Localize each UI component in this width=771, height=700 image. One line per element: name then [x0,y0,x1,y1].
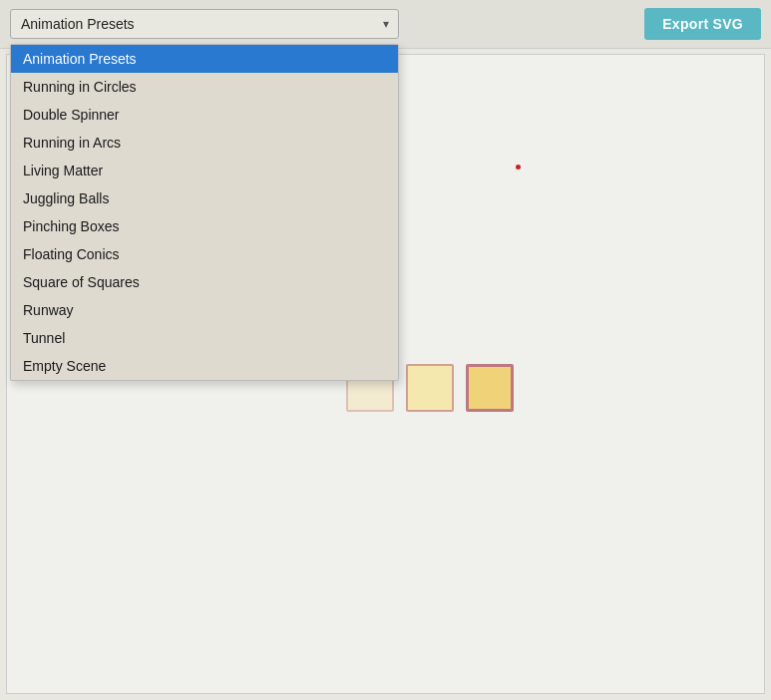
preset-dropdown-wrapper[interactable]: Animation Presets ▾ [10,9,399,39]
square-3 [466,364,514,412]
dropdown-item-living-matter[interactable]: Living Matter [11,157,398,184]
dropdown-item-double-spinner[interactable]: Double Spinner [11,101,398,129]
dropdown-item-juggling-balls[interactable]: Juggling Balls [11,184,398,212]
export-svg-button[interactable]: Export SVG [644,8,761,40]
dropdown-item-running-in-circles[interactable]: Running in Circles [11,73,398,101]
preset-dropdown[interactable]: Animation Presets [10,9,399,39]
top-bar: Animation Presets ▾ Export SVG [0,0,771,49]
dropdown-item-tunnel[interactable]: Tunnel [11,324,398,352]
dropdown-item-pinching-boxes[interactable]: Pinching Boxes [11,212,398,240]
dropdown-item-floating-conics[interactable]: Floating Conics [11,240,398,268]
red-dot [516,165,521,170]
dropdown-item-empty-scene[interactable]: Empty Scene [11,352,398,380]
dropdown-item-runway[interactable]: Runway [11,296,398,324]
square-2 [406,364,454,412]
dropdown-item-animation-presets[interactable]: Animation Presets [11,45,398,73]
dropdown-item-square-of-squares[interactable]: Square of Squares [11,268,398,296]
dropdown-item-running-in-arcs[interactable]: Running in Arcs [11,129,398,157]
preset-dropdown-menu: Animation PresetsRunning in CirclesDoubl… [10,44,399,381]
